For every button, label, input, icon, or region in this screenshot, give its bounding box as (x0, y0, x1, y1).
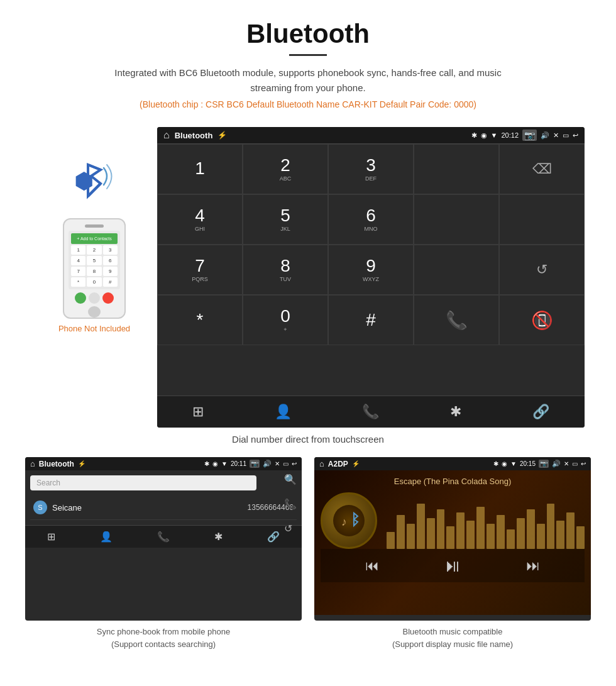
pb-nav-bt[interactable]: ✱ (214, 531, 223, 543)
ms-vol-icon[interactable]: 🔊 (552, 460, 561, 468)
pb-back-icon[interactable]: ↩ (292, 460, 297, 467)
dialpad-backspace[interactable]: ⌫ (499, 144, 585, 194)
ms-home-icon[interactable]: ⌂ (319, 459, 324, 468)
pb-nav-link[interactable]: 🔗 (267, 531, 280, 543)
time-display: 20:12 (501, 131, 519, 139)
reload-side-icon[interactable]: ↺ (284, 523, 297, 534)
song-title: Escape (The Pina Colada Song) (321, 477, 585, 486)
dialpad-key-2[interactable]: 2 ABC (243, 144, 328, 194)
dialpad-key-3[interactable]: 3 DEF (328, 144, 414, 194)
ms-back-icon[interactable]: ↩ (581, 460, 586, 467)
pb-nav-contact[interactable]: 👤 (100, 531, 113, 543)
contact-initial-badge: S (33, 501, 47, 514)
ms-loc-icon: ◉ (502, 460, 507, 467)
home-icon[interactable]: ⌂ (163, 130, 170, 141)
nav-link-icon[interactable]: 🔗 (532, 404, 549, 420)
dialpad-key-6[interactable]: 6 MNO (328, 194, 414, 245)
prev-track-button[interactable]: ⏮ (365, 558, 379, 574)
dialpad-key-star[interactable]: * (157, 295, 243, 345)
dialpad-key-1[interactable]: 1 (157, 144, 243, 194)
bottom-screens-area: ⌂ Bluetooth ⚡ ✱ ◉ ▼ 20:11 📷 🔊 ✕ ▭ ↩ (0, 457, 616, 650)
nav-bluetooth-icon[interactable]: ✱ (450, 404, 461, 420)
eq-bar (397, 515, 405, 549)
next-track-button[interactable]: ⏭ (526, 558, 540, 574)
search-side-icon[interactable]: 🔍 (284, 473, 297, 485)
nav-grid-icon[interactable]: ⊞ (192, 404, 204, 420)
page-title-section: Bluetooth Integrated with BC6 Bluetooth … (0, 0, 616, 127)
contact-search-bar[interactable]: Search (30, 475, 256, 490)
pb-status-right: ✱ ◉ ▼ 20:11 📷 🔊 ✕ ▭ ↩ (204, 460, 297, 468)
dialpad-key-5[interactable]: 5 JKL (243, 194, 328, 245)
chip-info-text: (Bluetooth chip : CSR BC6 Default Blueto… (0, 99, 616, 109)
camera-icon[interactable]: 📷 (522, 130, 537, 141)
play-pause-button[interactable]: ⏯ (444, 555, 461, 576)
dialpad-key-7[interactable]: 7 PQRS (157, 245, 243, 295)
usb-icon: ⚡ (217, 131, 227, 140)
phone-end-btn (102, 292, 114, 304)
phone-cell: 4 (71, 256, 85, 265)
volume-icon[interactable]: 🔊 (541, 131, 549, 140)
eq-bar (417, 504, 425, 549)
phone-mid-btn (89, 292, 100, 304)
app-name-label: Bluetooth (175, 131, 213, 140)
dialpad-screen: ⌂ Bluetooth ⚡ ✱ ◉ ▼ 20:12 📷 🔊 ✕ ▭ ↩ 1 (157, 127, 585, 428)
eq-bar (487, 524, 495, 550)
dialpad-key-8[interactable]: 8 TUV (243, 245, 328, 295)
call-side-icon[interactable]: 📞 (284, 498, 297, 510)
nav-contact-icon[interactable]: 👤 (275, 404, 292, 420)
phonebook-content: Search S Seicane 13566664466 🔍 📞 ↺ (25, 470, 302, 525)
pb-x-icon[interactable]: ✕ (275, 460, 280, 467)
eq-bar (566, 512, 575, 550)
phonebook-list: Search S Seicane 13566664466 (25, 470, 302, 525)
music-screen: ⌂ A2DP ⚡ ✱ ◉ ▼ 20:15 📷 🔊 ✕ ▭ ↩ (314, 457, 591, 621)
pb-nav-phone[interactable]: 📞 (157, 531, 170, 543)
signal-icon: ▼ (491, 131, 498, 139)
pb-cam-icon[interactable]: 📷 (250, 460, 260, 468)
phone-cell: + Add to Contacts (71, 233, 118, 244)
phone-mockup: + Add to Contacts 1 2 3 4 5 6 7 8 9 * 0 … (63, 218, 126, 319)
screen-icon[interactable]: ▭ (563, 131, 569, 140)
eq-bar (497, 515, 505, 549)
music-content-area: Escape (The Pina Colada Song) ♪ (314, 470, 591, 615)
dialpad-call-red[interactable]: 📵 (499, 295, 585, 345)
dialpad-grid: 1 2 ABC 3 DEF ⌫ 4 GHI 5 JKL (157, 143, 585, 396)
pb-time: 20:11 (231, 460, 246, 467)
dialpad-empty-1 (414, 144, 499, 194)
pb-vol-icon[interactable]: 🔊 (263, 460, 272, 468)
title-divider (289, 54, 327, 56)
eq-bar (476, 507, 485, 550)
phonebook-wrapper: ⌂ Bluetooth ⚡ ✱ ◉ ▼ 20:11 📷 🔊 ✕ ▭ ↩ (25, 457, 302, 650)
dialpad-call-green[interactable]: 📞 (414, 295, 499, 345)
phonebook-side-icons: 🔍 📞 ↺ (284, 473, 297, 534)
eq-bar (407, 524, 415, 550)
back-icon[interactable]: ↩ (573, 131, 578, 140)
eq-bar (437, 509, 445, 549)
end-call-icon: 📵 (531, 310, 553, 331)
nav-phone-icon[interactable]: 📞 (362, 404, 379, 420)
phone-cell: 7 (71, 267, 85, 276)
pb-screen-icon[interactable]: ▭ (283, 460, 289, 467)
eq-bar (387, 532, 395, 549)
contact-item[interactable]: S Seicane 13566664466 (30, 495, 297, 520)
pb-nav-grid[interactable]: ⊞ (47, 531, 55, 543)
ms-screen-icon[interactable]: ▭ (572, 460, 578, 467)
close-icon[interactable]: ✕ (553, 131, 559, 140)
ms-x-icon[interactable]: ✕ (564, 460, 569, 467)
dialpad-reload[interactable]: ↺ (499, 245, 585, 295)
bluetooth-symbol-icon: ⬢ (74, 168, 94, 194)
eq-bar (446, 526, 454, 549)
bluetooth-icon-area: ⬢ (69, 158, 119, 209)
dialpad-key-4[interactable]: 4 GHI (157, 194, 243, 245)
dialpad-key-hash[interactable]: # (328, 295, 414, 345)
ms-cam-icon[interactable]: 📷 (539, 460, 549, 468)
dialpad-status-bar: ⌂ Bluetooth ⚡ ✱ ◉ ▼ 20:12 📷 🔊 ✕ ▭ ↩ (157, 127, 585, 143)
dialpad-key-0[interactable]: 0 + (243, 295, 328, 345)
ms-usb-icon: ⚡ (352, 460, 360, 467)
call-icon: 📞 (446, 310, 468, 331)
phone-aside: ⬢ + Add to Contacts 1 2 3 4 5 (31, 127, 157, 333)
pb-home-icon[interactable]: ⌂ (30, 459, 35, 468)
svg-text:♪: ♪ (341, 516, 347, 528)
dialpad-key-9[interactable]: 9 WXYZ (328, 245, 414, 295)
eq-bar (507, 529, 515, 550)
ms-status-right: ✱ ◉ ▼ 20:15 📷 🔊 ✕ ▭ ↩ (493, 460, 586, 468)
